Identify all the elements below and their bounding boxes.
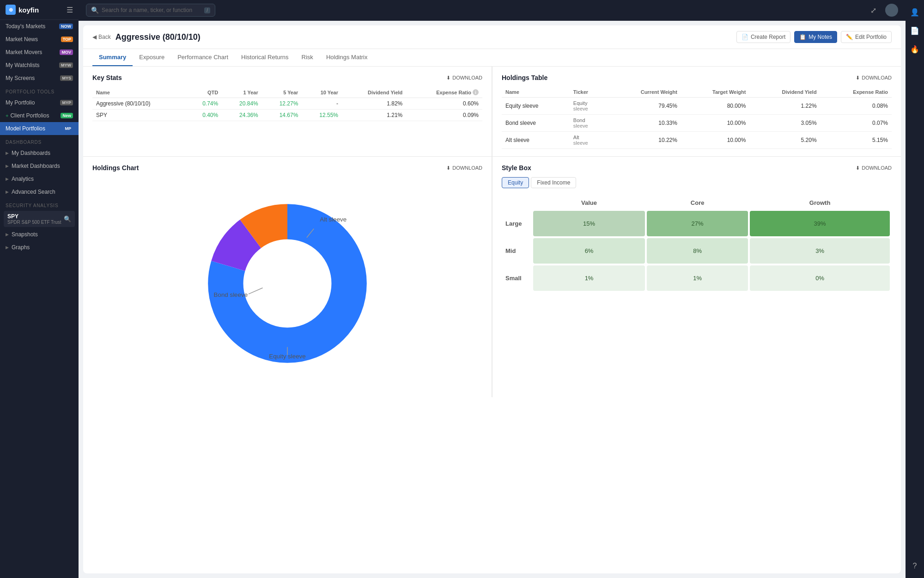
sidebar-item-analytics[interactable]: ▶ Analytics — [0, 172, 79, 185]
row-exp-ratio: 0.09% — [406, 110, 482, 121]
document-icon[interactable]: 📄 — [907, 23, 922, 38]
col-dividend-yield: Dividend Yield — [342, 87, 406, 98]
main-area: 🔍 / ⤢ ◀ Back Aggressive (80/10/10) — [79, 0, 906, 578]
holding-div-yield: 5.20% — [749, 132, 820, 149]
sidebar-item-client-portfolios[interactable]: + Client Portfolios New — [0, 109, 79, 122]
row-qtd: 0.40% — [187, 110, 222, 121]
help-icon[interactable]: ? — [907, 559, 922, 573]
back-label: Back — [98, 34, 111, 40]
holding-exp-ratio: 5.15% — [821, 132, 892, 149]
tab-summary[interactable]: Summary — [92, 49, 133, 66]
chevron-icon: ▶ — [6, 232, 9, 237]
tab-historical-returns[interactable]: Historical Returns — [235, 49, 295, 66]
my-notes-button[interactable]: 📋 My Notes — [794, 31, 837, 43]
back-button[interactable]: ◀ Back — [92, 34, 111, 40]
holding-ticker: Bondsleeve — [570, 115, 607, 132]
edit-portfolio-button[interactable]: ✏️ Edit Portfolio — [841, 31, 892, 43]
right-sidebar: 👤 📄 🔥 ? — [906, 0, 924, 578]
sidebar-item-market-news[interactable]: Market News TOP — [0, 33, 79, 46]
sidebar-item-todays-markets[interactable]: Today's Markets NOW — [0, 20, 79, 33]
col-exp-ratio: Expense Ratio — [821, 87, 892, 98]
style-cell-mid-growth: 3% — [750, 238, 890, 264]
spy-item[interactable]: SPY SPDR S&P 500 ETF Trust 🔍 — [4, 211, 75, 227]
col-10year: 10 Year — [302, 87, 342, 98]
nav-items: Today's Markets NOW Market News TOP Mark… — [0, 20, 79, 85]
style-cell-small-growth: 0% — [750, 265, 890, 291]
sidebar-item-label: Graphs — [12, 244, 30, 251]
holding-target-weight: 10.00% — [681, 132, 749, 149]
style-tab-equity[interactable]: Equity — [502, 177, 529, 188]
bond-sleeve-label: Bond sleeve — [214, 291, 248, 298]
style-row-small: Small 1% 1% 0% — [504, 265, 890, 291]
sidebar-item-model-portfolios[interactable]: Model Portfolios MP — [0, 122, 79, 135]
chevron-icon: ▶ — [6, 164, 9, 168]
sidebar-item-my-watchlists[interactable]: My Watchlists MYW — [0, 59, 79, 72]
sidebar-item-my-screens[interactable]: My Screens MYS — [0, 72, 79, 85]
sidebar-badge-mys: MYS — [60, 75, 73, 81]
sidebar-badge-top: TOP — [61, 37, 73, 42]
download-icon: ⬇ — [446, 165, 450, 171]
holdings-row-equity: Equity sleeve Equitysleeve 79.45% 80.00%… — [502, 98, 892, 115]
holdings-chart-download[interactable]: ⬇ DOWNLOAD — [446, 165, 482, 171]
holding-name: Bond sleeve — [502, 115, 570, 132]
holdings-chart-section: Holdings Chart ⬇ DOWNLOAD — [83, 157, 492, 397]
stats-row-aggressive: Aggressive (80/10/10) 0.74% 20.84% 12.27… — [92, 98, 482, 110]
security-analysis-label: SECURITY ANALYSIS — [0, 198, 79, 210]
tab-holdings-matrix[interactable]: Holdings Matrix — [320, 49, 374, 66]
style-cell-mid-value: 6% — [533, 238, 645, 264]
sidebar-item-label: Model Portfolios — [6, 125, 45, 132]
holding-exp-ratio: 0.08% — [821, 98, 892, 115]
chevron-icon: ▶ — [6, 177, 9, 181]
search-input[interactable] — [102, 7, 201, 13]
avatar[interactable] — [885, 4, 898, 17]
logo[interactable]: ⊛ koyfin — [6, 5, 39, 15]
sidebar-item-label: Market Dashboards — [12, 163, 60, 169]
holdings-chart-header: Holdings Chart ⬇ DOWNLOAD — [92, 164, 482, 172]
holdings-download[interactable]: ⬇ DOWNLOAD — [856, 75, 892, 81]
chevron-icon: ▶ — [6, 190, 9, 194]
col-div-yield: Dividend Yield — [749, 87, 820, 98]
person-icon[interactable]: 👤 — [907, 5, 922, 19]
col-1year: 1 Year — [222, 87, 262, 98]
sidebar-badge-mov: MOV — [60, 49, 73, 55]
sidebar-item-graphs[interactable]: ▶ Graphs — [0, 241, 79, 254]
stats-row-spy: SPY 0.40% 24.36% 14.67% 12.55% 1.21% 0.0… — [92, 110, 482, 121]
row-label-large: Large — [504, 211, 531, 236]
sidebar-item-my-portfolio[interactable]: My Portfolio MYP — [0, 96, 79, 109]
sidebar-item-label: My Portfolio — [6, 99, 35, 106]
tab-performance-chart[interactable]: Performance Chart — [171, 49, 235, 66]
sidebar-item-snapshots[interactable]: ▶ Snapshots — [0, 228, 79, 241]
style-box-download[interactable]: ⬇ DOWNLOAD — [856, 165, 892, 171]
sidebar-item-market-dashboards[interactable]: ▶ Market Dashboards — [0, 160, 79, 172]
style-tab-fixed-income[interactable]: Fixed Income — [531, 177, 576, 188]
create-report-label: Create Report — [751, 34, 785, 40]
info-icon[interactable]: i — [473, 89, 479, 95]
sidebar-item-label: Snapshots — [12, 231, 38, 238]
portfolio-tools-items: My Portfolio MYP + Client Portfolios New… — [0, 96, 79, 135]
holdings-table: Name Ticker Current Weight Target Weight… — [502, 87, 892, 149]
page: ◀ Back Aggressive (80/10/10) 📄 Create Re… — [83, 25, 901, 573]
spy-search-icon[interactable]: 🔍 — [64, 215, 71, 222]
download-icon: ⬇ — [446, 75, 450, 81]
col-core: Core — [647, 197, 748, 209]
key-stats-download[interactable]: ⬇ DOWNLOAD — [446, 75, 482, 81]
flame-icon[interactable]: 🔥 — [907, 42, 922, 56]
search-box[interactable]: 🔍 / — [86, 4, 215, 17]
notes-icon: 📋 — [799, 34, 806, 40]
logo-icon: ⊛ — [6, 5, 16, 15]
sidebar-item-advanced-search[interactable]: ▶ Advanced Search — [0, 185, 79, 198]
tab-exposure[interactable]: Exposure — [133, 49, 171, 66]
holding-current-weight: 79.45% — [607, 98, 681, 115]
style-row-large: Large 15% 27% 39% — [504, 211, 890, 236]
expand-icon[interactable]: ⤢ — [867, 4, 880, 17]
report-icon: 📄 — [742, 34, 748, 40]
tab-risk[interactable]: Risk — [295, 49, 320, 66]
key-stats-table: Name QTD 1 Year 5 Year 10 Year Dividend … — [92, 87, 482, 121]
col-growth: Growth — [750, 197, 890, 209]
create-report-button[interactable]: 📄 Create Report — [736, 31, 790, 43]
donut-chart: Alt sleeve Bond sleeve Equity sleeve — [92, 177, 482, 390]
sidebar-item-market-movers[interactable]: Market Movers MOV — [0, 46, 79, 59]
hamburger-icon[interactable]: ☰ — [67, 6, 73, 14]
sidebar-item-my-dashboards[interactable]: ▶ My Dashboards — [0, 147, 79, 160]
style-box-section: Style Box ⬇ DOWNLOAD Equity Fixed Income — [492, 157, 901, 397]
